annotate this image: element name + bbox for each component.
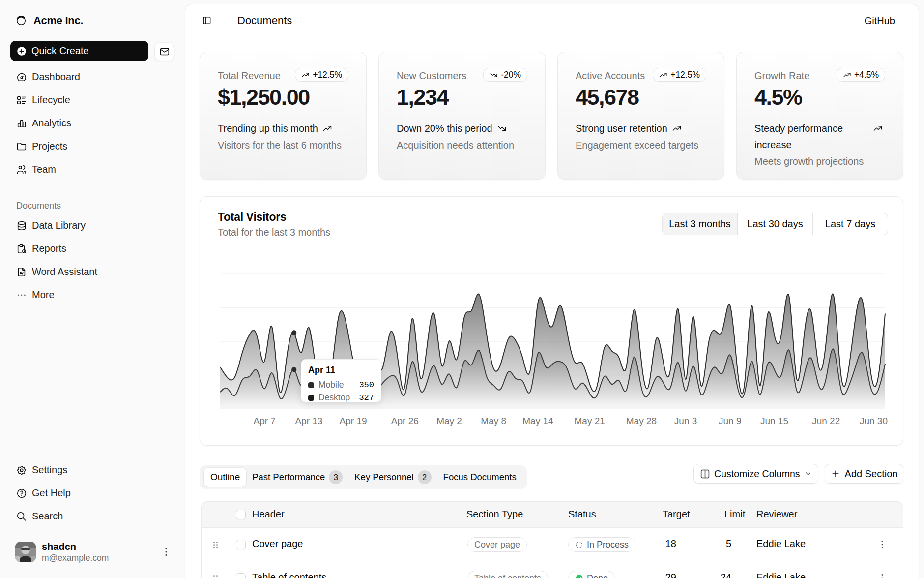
svg-text:Apr 7: Apr 7: [253, 416, 275, 426]
svg-text:Jun 22: Jun 22: [812, 416, 840, 426]
svg-text:May 14: May 14: [522, 416, 553, 426]
svg-text:Jun 3: Jun 3: [674, 416, 697, 426]
svg-text:Jun 15: Jun 15: [760, 416, 788, 426]
svg-text:Apr 13: Apr 13: [295, 416, 322, 426]
svg-text:Apr 19: Apr 19: [340, 416, 367, 426]
svg-text:May 21: May 21: [575, 416, 605, 426]
svg-text:May 8: May 8: [481, 416, 506, 426]
svg-text:May 28: May 28: [626, 416, 657, 426]
svg-text:Apr 26: Apr 26: [391, 416, 419, 426]
svg-text:Jun 9: Jun 9: [719, 416, 741, 426]
svg-text:Jun 30: Jun 30: [860, 416, 888, 426]
svg-text:May 2: May 2: [436, 416, 462, 426]
